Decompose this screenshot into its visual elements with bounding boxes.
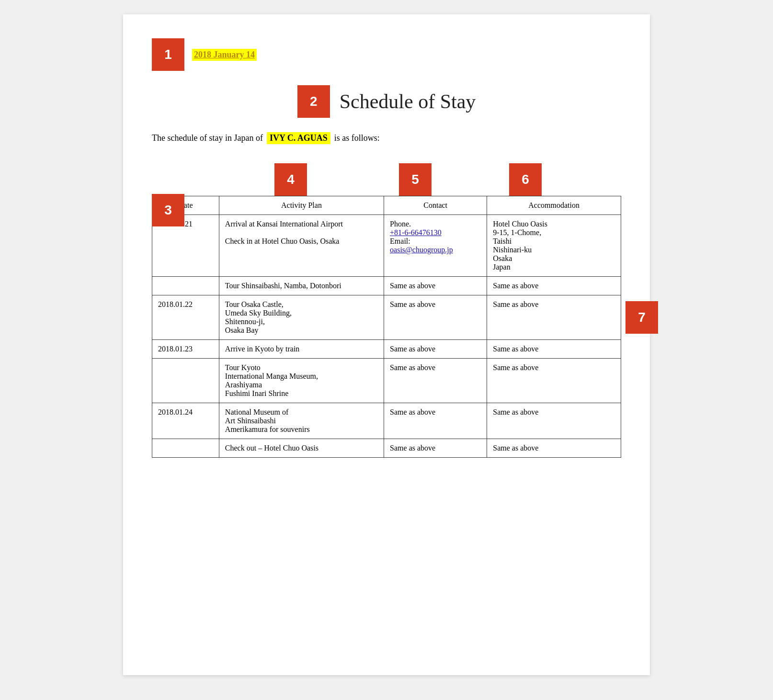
title-row: 2 Schedule of Stay	[152, 85, 621, 118]
cell-contact: Same as above	[384, 403, 487, 439]
cell-date: 2018.01.24	[152, 403, 219, 439]
badge-5: 5	[399, 163, 432, 196]
phone-link[interactable]: +81-6-66476130	[390, 228, 442, 237]
date-label: 2018 January 14	[192, 49, 257, 61]
badge-6: 6	[509, 163, 542, 196]
cell-date: 2018.01.22	[152, 295, 219, 340]
cell-contact: Same as above	[384, 295, 487, 340]
column-badges-row: 4 5 6	[152, 163, 621, 196]
cell-accommodation: Same as above	[487, 359, 621, 403]
cell-activity: Tour Shinsaibashi, Namba, Dotonbori	[219, 277, 384, 295]
cell-accommodation: Same as above	[487, 403, 621, 439]
table-row: 2018.01.22 Tour Osaka Castle, Umeda Sky …	[152, 295, 621, 340]
table-row: Tour Shinsaibashi, Namba, Dotonbori Same…	[152, 277, 621, 295]
cell-accommodation: Same as above	[487, 439, 621, 458]
cell-accommodation: Same as above	[487, 277, 621, 295]
table-row: Tour Kyoto International Manga Museum, A…	[152, 359, 621, 403]
table-header-row: Date Activity Plan Contact Accommodation	[152, 196, 621, 215]
table-row: Check out – Hotel Chuo Oasis Same as abo…	[152, 439, 621, 458]
cell-accommodation: Same as above	[487, 340, 621, 359]
cell-contact: Same as above	[384, 277, 487, 295]
cell-date	[152, 439, 219, 458]
badge-7: 7	[625, 301, 658, 334]
table-row: 2018.01.21 Arrival at Kansai Internation…	[152, 215, 621, 277]
schedule-table-wrapper: Date Activity Plan Contact Accommodation…	[152, 196, 621, 458]
col-header-activity: Activity Plan	[219, 196, 384, 215]
table-row: 2018.01.23 Arrive in Kyoto by train Same…	[152, 340, 621, 359]
intro-before: The schedule of stay in Japan of	[152, 133, 263, 143]
cell-activity: National Museum of Art Shinsaibashi Amer…	[219, 403, 384, 439]
cell-date: 2018.01.23	[152, 340, 219, 359]
cell-accommodation: Hotel Chuo Oasis 9-15, 1-Chome, Taishi N…	[487, 215, 621, 277]
col-header-accommodation: Accommodation	[487, 196, 621, 215]
cell-activity: Arrive in Kyoto by train	[219, 340, 384, 359]
person-name: IVY C. AGUAS	[267, 132, 330, 144]
badge-1: 1	[152, 38, 184, 71]
cell-date	[152, 359, 219, 403]
cell-activity: Check out – Hotel Chuo Oasis	[219, 439, 384, 458]
page: 1 2018 January 14 2 Schedule of Stay The…	[123, 14, 650, 675]
page-title: Schedule of Stay	[340, 90, 476, 113]
cell-accommodation: Same as above 7	[487, 295, 621, 340]
cell-activity: Tour Kyoto International Manga Museum, A…	[219, 359, 384, 403]
email-link[interactable]: oasis@chuogroup.jp	[390, 246, 453, 254]
badge-3: 3	[152, 194, 184, 226]
cell-contact: Same as above	[384, 359, 487, 403]
cell-contact: Same as above	[384, 340, 487, 359]
badge-4: 4	[274, 163, 307, 196]
cell-date	[152, 277, 219, 295]
cell-activity: Tour Osaka Castle, Umeda Sky Building, S…	[219, 295, 384, 340]
cell-contact: Phone. +81-6-66476130 Email: oasis@chuog…	[384, 215, 487, 277]
intro-after: is as follows:	[334, 133, 380, 143]
intro-row: The schedule of stay in Japan of IVY C. …	[152, 132, 621, 144]
badge-2: 2	[297, 85, 330, 118]
header-row: 1 2018 January 14	[152, 38, 621, 71]
cell-contact: Same as above	[384, 439, 487, 458]
schedule-table: Date Activity Plan Contact Accommodation…	[152, 196, 621, 458]
col-header-contact: Contact	[384, 196, 487, 215]
cell-activity: Arrival at Kansai International Airport …	[219, 215, 384, 277]
table-row: 2018.01.24 National Museum of Art Shinsa…	[152, 403, 621, 439]
